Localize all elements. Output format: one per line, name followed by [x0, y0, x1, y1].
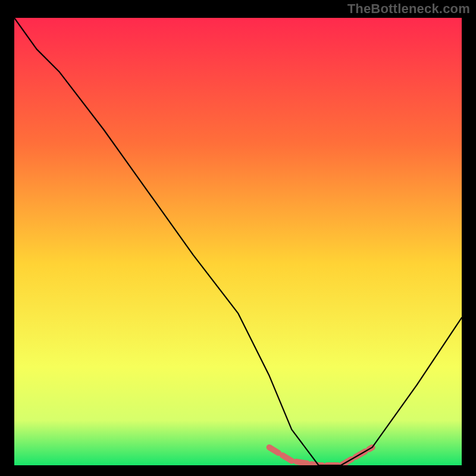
gradient-background	[14, 18, 462, 465]
plot-area	[14, 18, 462, 465]
attribution-label: TheBottleneck.com	[347, 1, 470, 17]
gradient-plot	[14, 18, 462, 465]
chart-frame: TheBottleneck.com	[0, 0, 476, 476]
